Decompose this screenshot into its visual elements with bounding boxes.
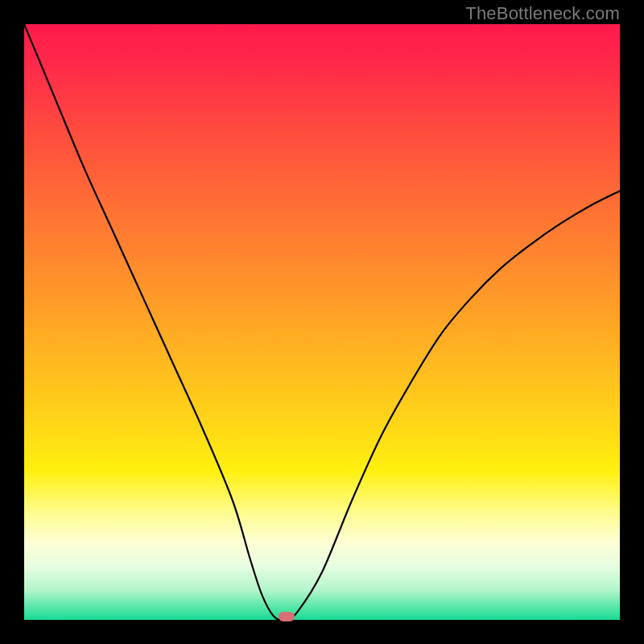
bottleneck-curve <box>24 24 620 620</box>
optimal-point-marker <box>279 612 295 621</box>
chart-frame: TheBottleneck.com <box>0 0 644 644</box>
plot-area <box>24 24 620 620</box>
watermark-text: TheBottleneck.com <box>465 3 620 24</box>
